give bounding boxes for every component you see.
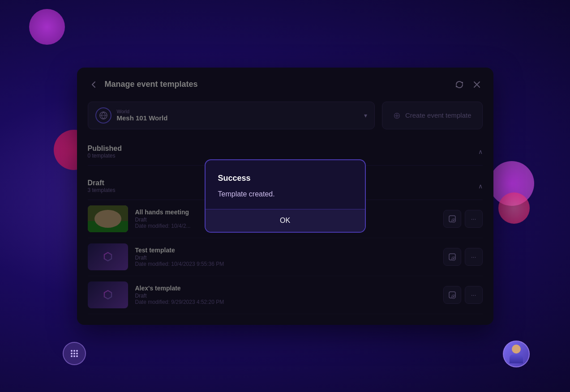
svg-point-7 <box>71 350 73 352</box>
svg-point-15 <box>76 355 78 357</box>
dialog-message: Template created. <box>218 190 352 198</box>
dialog-body: Success Template created. <box>206 160 365 209</box>
grid-menu-button[interactable] <box>63 342 86 365</box>
success-dialog: Success Template created. OK <box>205 159 366 233</box>
modal-overlay: Success Template created. OK <box>77 68 493 325</box>
svg-point-13 <box>71 355 73 357</box>
dialog-title: Success <box>218 174 352 183</box>
svg-point-11 <box>73 353 75 354</box>
decorative-blob-1 <box>29 9 65 45</box>
avatar-body <box>510 354 523 363</box>
dialog-ok-button[interactable]: OK <box>206 209 365 232</box>
svg-point-12 <box>76 353 78 354</box>
decorative-blob-3 <box>489 161 534 206</box>
decorative-blob-4 <box>498 192 530 224</box>
manage-event-templates-panel: Manage event templates <box>77 68 493 325</box>
svg-point-8 <box>73 350 75 352</box>
avatar-head <box>512 345 521 354</box>
svg-point-9 <box>76 350 78 352</box>
avatar-figure <box>507 343 525 365</box>
svg-point-10 <box>71 353 73 354</box>
user-avatar[interactable] <box>503 341 530 367</box>
svg-point-14 <box>73 355 75 357</box>
